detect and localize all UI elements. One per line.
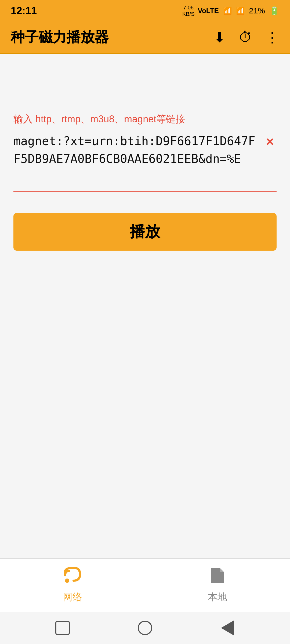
status-bar: 12:11 7.06 KB/S VoLTE 📶 📶 21% 🔋 xyxy=(0,0,290,21)
system-nav xyxy=(0,612,290,644)
circle-icon xyxy=(138,621,152,635)
app-bar-actions: ⬇ ⏱ ⋮ xyxy=(214,29,279,45)
clear-button[interactable]: × xyxy=(266,135,274,148)
battery-icon: 🔋 xyxy=(269,6,279,16)
nav-item-network[interactable]: 网络 xyxy=(0,561,145,609)
input-container: magnet:?xt=urn:btih:D9F6617F1D647FF5DB9A… xyxy=(13,132,277,192)
status-icons: VoLTE 📶 📶 21% 🔋 xyxy=(198,6,279,16)
nav-item-local[interactable]: 本地 xyxy=(145,561,290,609)
nav-home-button[interactable] xyxy=(134,617,156,639)
wifi-icon: 📶 xyxy=(223,7,232,15)
main-content: 输入 http、rtmp、m3u8、magnet等链接 magnet:?xt=u… xyxy=(0,54,290,558)
input-hint: 输入 http、rtmp、m3u8、magnet等链接 xyxy=(13,113,277,126)
speed-value: 7.06 xyxy=(183,4,194,11)
network-icon xyxy=(64,567,81,588)
battery-text: 21% xyxy=(249,6,265,15)
nav-label-network: 网络 xyxy=(63,591,82,604)
play-button[interactable]: 播放 xyxy=(13,213,277,251)
speed-unit: KB/S xyxy=(182,11,195,17)
spacer-top xyxy=(13,64,277,113)
local-icon xyxy=(209,567,226,588)
more-icon[interactable]: ⋮ xyxy=(265,29,279,45)
speed-display: 7.06 KB/S xyxy=(182,4,195,17)
bottom-nav: 网络 本地 xyxy=(0,558,290,612)
signal-icon: 📶 xyxy=(236,7,245,15)
app-title: 种子磁力播放器 xyxy=(11,28,108,47)
status-right: 7.06 KB/S VoLTE 📶 📶 21% 🔋 xyxy=(182,4,279,17)
nav-square-button[interactable] xyxy=(52,617,73,639)
nav-label-local: 本地 xyxy=(208,591,227,604)
volte-icon: VoLTE xyxy=(198,7,219,15)
status-time: 12:11 xyxy=(11,5,37,17)
square-icon xyxy=(55,621,70,635)
play-button-wrap: 播放 xyxy=(13,213,277,251)
history-icon[interactable]: ⏱ xyxy=(238,29,252,45)
download-icon[interactable]: ⬇ xyxy=(214,29,226,45)
app-bar: 种子磁力播放器 ⬇ ⏱ ⋮ xyxy=(0,21,290,54)
url-input[interactable]: magnet:?xt=urn:btih:D9F6617F1D647FF5DB9A… xyxy=(13,132,260,185)
svg-point-0 xyxy=(65,579,69,583)
nav-back-button[interactable] xyxy=(217,617,238,639)
triangle-icon xyxy=(221,620,234,635)
